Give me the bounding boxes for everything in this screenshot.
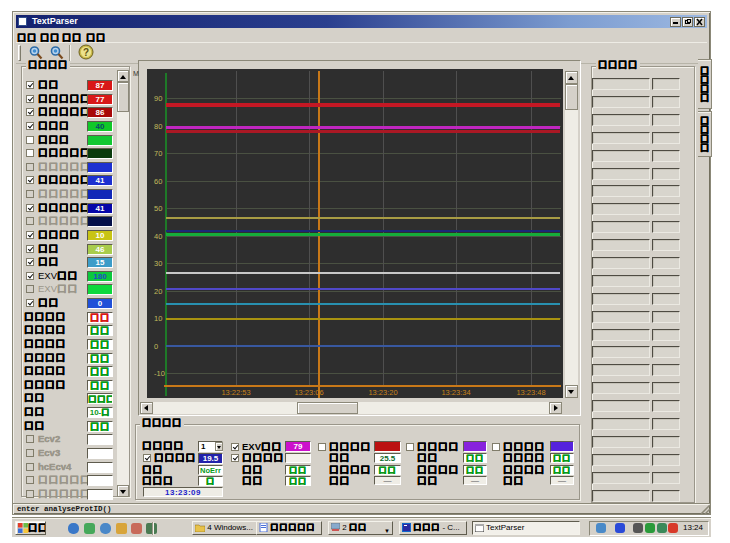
svg-text:?: ? [83,47,89,58]
